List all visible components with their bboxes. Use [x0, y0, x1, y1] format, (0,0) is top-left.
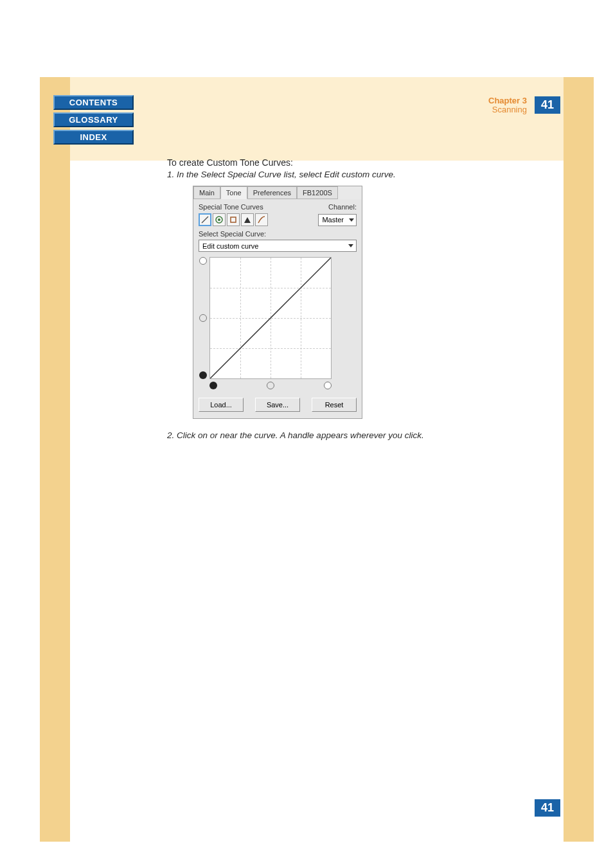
- channel-select[interactable]: Master: [318, 214, 357, 226]
- svg-rect-3: [231, 217, 236, 222]
- left-rail: [40, 77, 70, 842]
- chapter-subtitle: Scanning: [488, 105, 527, 114]
- tone-curve-presets: [199, 213, 268, 226]
- dialog-buttons: Load... Save... Reset: [199, 398, 357, 412]
- tab-row: Main Tone Preferences FB1200S: [193, 186, 362, 199]
- tab-body: Special Tone Curves Channel:: [193, 199, 362, 418]
- step-2: 2. Click on or near the curve. A handle …: [167, 430, 527, 440]
- white-swatch-icon: [324, 382, 332, 389]
- chevron-down-icon: [349, 218, 354, 222]
- chevron-down-icon: [348, 244, 353, 247]
- select-special-curve-label: Select Special Curve:: [199, 230, 357, 238]
- tone-curve-line[interactable]: [210, 258, 331, 378]
- contrast-icon[interactable]: [241, 213, 254, 226]
- svg-line-5: [210, 258, 331, 378]
- special-curve-value: Edit custom curve: [202, 242, 258, 250]
- curve-editor: [199, 257, 357, 379]
- mid-swatch-icon: [199, 314, 207, 322]
- step-1: 1. In the Select Special Curve list, sel…: [167, 170, 527, 179]
- tab-model[interactable]: FB1200S: [297, 186, 338, 199]
- custom-curve-icon[interactable]: [255, 213, 268, 226]
- tab-tone[interactable]: Tone: [220, 186, 247, 199]
- svg-point-2: [218, 218, 220, 221]
- header-band: [70, 77, 564, 161]
- special-tone-curves-label: Special Tone Curves: [199, 203, 263, 211]
- tab-main[interactable]: Main: [193, 186, 220, 199]
- right-rail: [564, 77, 594, 842]
- header-right: Chapter 3 Scanning 41: [488, 96, 560, 114]
- nav-contents[interactable]: CONTENTS: [53, 95, 134, 110]
- black-swatch-icon: [209, 382, 217, 389]
- section-heading: To create Custom Tone Curves:: [167, 157, 527, 168]
- mid-swatch-icon: [267, 382, 274, 389]
- nav-glossary[interactable]: GLOSSARY: [53, 112, 134, 127]
- channel-value: Master: [322, 216, 344, 224]
- svg-marker-4: [244, 217, 251, 223]
- page-number-top: 41: [535, 96, 560, 114]
- nav-index[interactable]: INDEX: [53, 130, 134, 145]
- page-number-bottom: 41: [535, 799, 560, 817]
- input-axis: [209, 381, 332, 390]
- output-axis: [199, 257, 208, 379]
- special-curve-select[interactable]: Edit custom curve: [199, 240, 357, 252]
- white-swatch-icon: [199, 257, 207, 265]
- tone-dialog: Main Tone Preferences FB1200S Special To…: [193, 186, 362, 419]
- save-button[interactable]: Save...: [255, 398, 300, 412]
- main-content: To create Custom Tone Curves: 1. In the …: [167, 157, 527, 440]
- tab-preferences[interactable]: Preferences: [247, 186, 297, 199]
- auto-icon[interactable]: [213, 213, 226, 226]
- chapter-block: Chapter 3 Scanning: [488, 96, 527, 114]
- reset-button[interactable]: Reset: [312, 398, 357, 412]
- svg-line-0: [202, 217, 208, 223]
- curve-canvas[interactable]: [209, 257, 332, 379]
- channel-label: Channel:: [328, 203, 357, 211]
- brightness-icon[interactable]: [227, 213, 240, 226]
- load-button[interactable]: Load...: [199, 398, 244, 412]
- black-swatch-icon: [199, 371, 207, 379]
- nav-buttons: CONTENTS GLOSSARY INDEX: [53, 95, 134, 145]
- chapter-title: Chapter 3: [488, 96, 527, 105]
- no-correction-icon[interactable]: [199, 213, 211, 226]
